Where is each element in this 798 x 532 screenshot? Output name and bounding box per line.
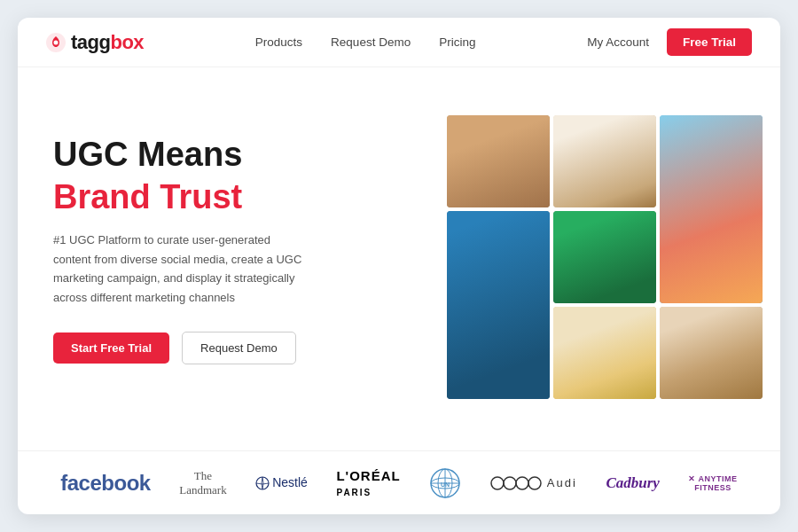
header-right: My Account Free Trial [587,28,752,56]
logo-icon [46,33,66,52]
brand-landmark-label: TheLandmark [179,469,226,497]
brand-un-icon: UN [429,467,461,499]
photo-grid [447,115,763,403]
hero-buttons: Start Free Trial Request Demo [53,332,302,364]
free-trial-header-button[interactable]: Free Trial [667,28,752,56]
header: taggbox Products Request Demo Pricing My… [18,18,780,67]
brand-audi-rings [490,474,544,492]
brand-un: UN [429,467,461,499]
nav-request-demo[interactable]: Request Demo [331,35,411,49]
svg-point-11 [516,477,528,489]
photo-cell-7 [660,307,763,399]
svg-point-2 [256,477,269,489]
svg-point-1 [54,40,59,44]
brand-landmark: TheLandmark [179,469,226,497]
brand-cadbury-label: Cadbury [606,474,659,492]
hero-right [338,67,780,450]
svg-point-12 [528,477,541,489]
svg-point-9 [491,477,504,489]
hero-description: #1 UGC Platform to curate user-generated… [53,231,302,307]
brand-audi: Audi [490,474,577,492]
brands-bar: facebook TheLandmark Nestlé L'ORÉALPARIS [18,450,780,514]
my-account-link[interactable]: My Account [587,35,649,49]
nav-pricing[interactable]: Pricing [439,35,475,49]
logo-text: taggbox [71,31,144,54]
nav-products[interactable]: Products [255,35,302,49]
logo[interactable]: taggbox [46,31,144,54]
brand-anytime-label: ✕ ANYTIMEFITNESS [688,474,737,492]
photo-cell-2 [553,115,656,207]
hero-title-line2: Brand Trust [53,178,302,217]
main-content: UGC Means Brand Trust #1 UGC Platform to… [18,67,780,450]
photo-cell-3 [660,115,763,303]
brand-facebook: facebook [60,471,150,496]
nav: Products Request Demo Pricing [255,35,476,49]
brand-audi-label: Audi [547,476,577,489]
brand-nestle: Nestlé [255,475,308,490]
main-card: taggbox Products Request Demo Pricing My… [18,18,780,514]
photo-cell-6 [553,307,656,399]
start-free-trial-button[interactable]: Start Free Trial [53,332,169,364]
brand-loreal-label: L'ORÉALPARIS [336,468,400,498]
request-demo-button[interactable]: Request Demo [182,332,296,364]
photo-cell-5 [553,211,656,303]
svg-point-10 [504,477,516,489]
brand-facebook-label: facebook [60,471,150,496]
brand-cadbury: Cadbury [606,474,659,492]
photo-cell-4 [447,211,550,399]
brand-loreal: L'ORÉALPARIS [336,468,400,498]
photo-cell-1 [447,115,550,207]
nestle-icon [255,476,270,490]
brand-nestle-label: Nestlé [255,475,308,490]
svg-text:UN: UN [441,481,450,488]
brand-anytime: ✕ ANYTIMEFITNESS [688,474,737,492]
hero-title-line1: UGC Means [53,136,302,175]
hero-left: UGC Means Brand Trust #1 UGC Platform to… [18,67,338,450]
audi-rings-icon [490,474,544,492]
